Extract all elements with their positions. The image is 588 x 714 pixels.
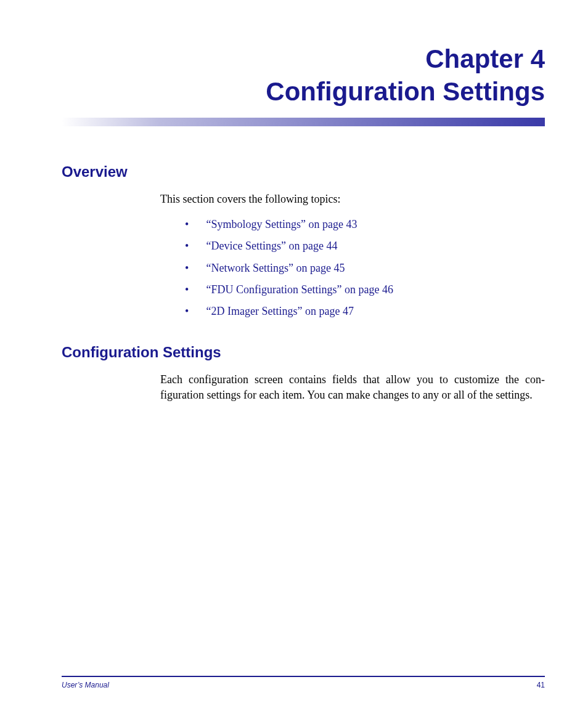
topic-link[interactable]: “Symbology Settings” on page 43 bbox=[206, 218, 357, 230]
footer-row: User’s Manual 41 bbox=[62, 681, 545, 689]
bullet-icon: • bbox=[185, 282, 203, 298]
bullet-icon: • bbox=[185, 304, 203, 319]
topic-link[interactable]: “Network Settings” on page 45 bbox=[206, 262, 345, 274]
page-footer: User’s Manual 41 bbox=[62, 676, 545, 689]
chapter-name: Configuration Settings bbox=[266, 77, 545, 106]
overview-topics-container: • “Symbology Settings” on page 43 • “Dev… bbox=[160, 217, 545, 319]
chapter-number: Chapter 4 bbox=[425, 44, 545, 73]
chapter-title: Chapter 4 Configuration Settings bbox=[62, 43, 545, 108]
config-body: Each configuration screen contains field… bbox=[160, 372, 545, 403]
page-number: 41 bbox=[537, 681, 545, 689]
topic-item: • “Symbology Settings” on page 43 bbox=[185, 217, 545, 232]
page: Chapter 4 Configuration Settings Overvie… bbox=[0, 0, 588, 714]
topic-item: • “Device Settings” on page 44 bbox=[185, 238, 545, 254]
topic-link[interactable]: “Device Settings” on page 44 bbox=[206, 240, 338, 252]
title-rule bbox=[62, 118, 545, 126]
footer-doc-title: User’s Manual bbox=[62, 681, 109, 689]
topic-item: • “2D Imager Settings” on page 47 bbox=[185, 304, 545, 319]
topic-item: • “FDU Configuration Settings” on page 4… bbox=[185, 282, 545, 298]
overview-intro: This section covers the following topics… bbox=[160, 192, 545, 207]
bullet-icon: • bbox=[185, 261, 203, 276]
footer-rule bbox=[62, 676, 545, 677]
topic-link[interactable]: “2D Imager Settings” on page 47 bbox=[206, 305, 354, 317]
bullet-icon: • bbox=[185, 217, 203, 232]
topics-list: • “Symbology Settings” on page 43 • “Dev… bbox=[160, 217, 545, 319]
bullet-icon: • bbox=[185, 238, 203, 254]
overview-heading: Overview bbox=[62, 163, 545, 181]
topic-link[interactable]: “FDU Configuration Settings” on page 46 bbox=[206, 283, 393, 296]
config-heading: Configuration Settings bbox=[62, 344, 545, 361]
topic-item: • “Network Settings” on page 45 bbox=[185, 261, 545, 276]
